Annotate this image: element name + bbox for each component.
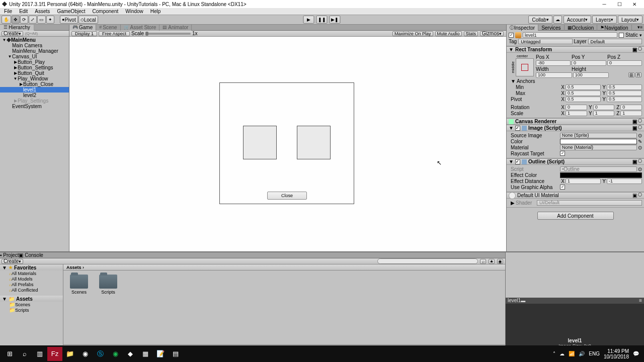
- tag-dropdown[interactable]: Untagged: [518, 39, 572, 44]
- rot-z[interactable]: 0: [620, 105, 642, 110]
- hierarchy-create[interactable]: Create ▾: [2, 31, 23, 36]
- rotate-tool[interactable]: ⟳: [20, 16, 28, 24]
- width-field[interactable]: 100: [536, 72, 572, 78]
- tab-game[interactable]: 🎮 Game: [69, 25, 96, 31]
- tab-asset-store[interactable]: 🛒 Asset Store: [121, 25, 160, 31]
- search-icon[interactable]: ⌕: [17, 347, 32, 361]
- maximize-on-play[interactable]: Maximize On Play: [392, 31, 433, 36]
- hand-tool[interactable]: ✋: [2, 16, 11, 24]
- asset-item[interactable]: Scripts: [97, 275, 120, 295]
- hierarchy-item[interactable]: ▼Play_Window: [0, 76, 69, 81]
- occlusion-tab[interactable]: ▦ Occlusion: [565, 25, 598, 31]
- hierarchy-item[interactable]: ▶Button_Play: [0, 59, 69, 65]
- shader-dropdown[interactable]: UI/Default: [537, 200, 642, 206]
- gameobject-name-field[interactable]: [523, 32, 617, 38]
- project-breadcrumb[interactable]: Assets ›: [63, 264, 505, 270]
- anchor-preset-button[interactable]: [516, 58, 534, 76]
- settings-icon[interactable]: [638, 159, 642, 163]
- menu-assets[interactable]: Assets: [32, 9, 53, 14]
- notepad-icon[interactable]: 📝: [153, 347, 168, 361]
- anchor-max-y[interactable]: 0.5: [607, 90, 642, 96]
- menu-file[interactable]: File: [1, 9, 15, 14]
- posx-field[interactable]: -80: [536, 60, 571, 66]
- menu-window[interactable]: Window: [122, 9, 146, 14]
- tab-menu-icon[interactable]: ▾≡: [636, 25, 644, 30]
- aspect-dropdown[interactable]: Free Aspect: [99, 31, 130, 36]
- rect-tool[interactable]: ▭: [37, 16, 46, 24]
- material-header[interactable]: Default UI Material▣: [507, 192, 644, 199]
- hierarchy-item[interactable]: MainMenu_Manager: [0, 48, 69, 54]
- favorite-item[interactable]: ⌕ All Conflicted: [0, 287, 63, 293]
- outline-component-header[interactable]: ▼✓Outline (Script)▣: [507, 158, 644, 165]
- menu-edit[interactable]: Edit: [16, 9, 31, 14]
- layout-dropdown[interactable]: Layout ▾: [618, 16, 642, 24]
- raw-edit-button[interactable]: R: [635, 72, 641, 77]
- anchor-min-y[interactable]: 0.5: [607, 84, 642, 90]
- hidden-icon[interactable]: ◉: [497, 259, 503, 264]
- hierarchy-scene-root[interactable]: ▼MainMenu: [0, 37, 69, 43]
- navigation-tab[interactable]: ⚑ Navigation: [597, 25, 631, 31]
- help-icon[interactable]: ▣: [632, 47, 637, 52]
- scale-y[interactable]: 1: [593, 111, 615, 116]
- scale-x[interactable]: 1: [566, 111, 587, 116]
- layer-dropdown[interactable]: Default: [588, 39, 642, 44]
- display-dropdown[interactable]: Display 1: [71, 31, 97, 36]
- source-image-field[interactable]: None (Sprite): [560, 133, 637, 138]
- skype-icon[interactable]: Ⓢ: [93, 347, 108, 361]
- settings-icon[interactable]: [638, 119, 642, 123]
- app-icon-2[interactable]: ▤: [168, 347, 183, 361]
- settings-icon[interactable]: [638, 47, 642, 51]
- add-component-button[interactable]: Add Component: [537, 212, 614, 220]
- object-picker-icon[interactable]: ⊙: [638, 133, 642, 138]
- chrome-icon[interactable]: ◉: [77, 347, 93, 361]
- collab-dropdown[interactable]: Collab ▾: [528, 16, 552, 24]
- start-button[interactable]: ⊞: [2, 347, 17, 361]
- play-button[interactable]: ▶: [303, 16, 314, 24]
- pause-button[interactable]: ❚❚: [316, 16, 328, 24]
- app-icon[interactable]: ▦: [138, 347, 153, 361]
- local-toggle[interactable]: ◇ Local: [78, 16, 98, 24]
- project-create[interactable]: Create ▾: [2, 259, 23, 264]
- hierarchy-item[interactable]: ▶Button_Settings: [0, 65, 69, 70]
- rect-transform-header[interactable]: ▼Rect Transform ▣: [507, 46, 644, 53]
- project-search[interactable]: [377, 258, 478, 264]
- settings-icon[interactable]: [638, 125, 642, 129]
- assets-heading[interactable]: ▼📁Assets: [0, 296, 63, 302]
- hierarchy-item[interactable]: ▶Button_Close: [0, 81, 69, 87]
- hierarchy-item[interactable]: Main Camera: [0, 43, 69, 48]
- step-button[interactable]: ▶❚: [330, 16, 341, 24]
- rot-y[interactable]: 0: [593, 105, 615, 110]
- gameobject-active-checkbox[interactable]: ✓: [509, 33, 514, 38]
- blueprint-mode-button[interactable]: ⊞: [628, 72, 634, 77]
- tab-scene[interactable]: # Scene: [96, 25, 120, 31]
- rot-x[interactable]: 0: [566, 105, 587, 110]
- system-clock[interactable]: 11:49 PM10/10/2018: [604, 348, 629, 359]
- favorite-item[interactable]: ⌕ All Materials: [0, 270, 63, 276]
- notifications-icon[interactable]: 💬: [633, 351, 639, 356]
- assets-folder[interactable]: 📁 Scripts: [0, 307, 63, 313]
- console-tab[interactable]: ▣ Console: [19, 252, 43, 258]
- unity-icon[interactable]: ◆: [123, 347, 138, 361]
- level2-thumbnail[interactable]: [297, 126, 331, 159]
- hierarchy-item[interactable]: level2: [0, 93, 69, 98]
- effect-color-field[interactable]: [560, 172, 642, 178]
- favorites-icon[interactable]: ★: [489, 259, 495, 264]
- menu-gameobject[interactable]: GameObject: [54, 9, 88, 14]
- task-view-icon[interactable]: ▥: [32, 347, 47, 361]
- pivot-x[interactable]: 0.5: [566, 97, 601, 102]
- spotify-icon[interactable]: ◉: [108, 347, 123, 361]
- minimize-button[interactable]: ─: [597, 1, 612, 8]
- filter-icon[interactable]: ⌕: [480, 259, 486, 264]
- static-checkbox[interactable]: [619, 33, 624, 38]
- hierarchy-search[interactable]: (Q+All): [24, 31, 67, 36]
- tray-chevron-icon[interactable]: ˄: [553, 351, 555, 356]
- pivot-toggle[interactable]: ● Pivot: [60, 16, 78, 24]
- services-tab[interactable]: Services: [538, 25, 564, 31]
- effect-distance-x[interactable]: 1: [566, 178, 601, 184]
- hierarchy-tab[interactable]: ☰ Hierarchy: [0, 25, 34, 31]
- object-picker-icon[interactable]: ⊙: [638, 145, 642, 150]
- hierarchy-item[interactable]: ▼Canvas_UI: [0, 54, 69, 59]
- help-icon[interactable]: ▣: [632, 193, 637, 198]
- gameobject-icon[interactable]: [515, 32, 521, 38]
- hierarchy-item[interactable]: ▶Play_Settings: [0, 98, 69, 104]
